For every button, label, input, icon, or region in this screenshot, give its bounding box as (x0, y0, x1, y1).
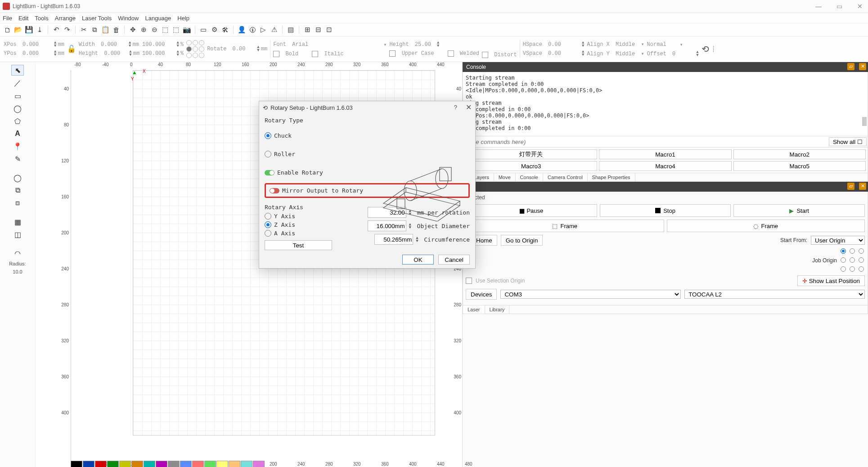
anchor-dot[interactable] (186, 53, 192, 58)
color-swatch[interactable] (241, 461, 252, 467)
spin-icon[interactable]: ▲▼ (582, 50, 584, 57)
spin-icon[interactable]: ▲▼ (54, 50, 56, 57)
origin-radio[interactable] (859, 248, 864, 254)
spin-icon[interactable]: ▲▼ (177, 41, 179, 48)
origin-radio[interactable] (850, 248, 855, 254)
polygon-tool-icon[interactable]: ⬠ (12, 116, 23, 126)
menu-arrange[interactable]: Arrange (55, 15, 76, 22)
show-last-button[interactable]: ✛Show Last Position (797, 275, 865, 286)
lock-icon[interactable]: 🔓 (67, 45, 76, 54)
mirror-output-toggle[interactable] (270, 188, 279, 193)
ungroup-tool-icon[interactable]: ⧈ (12, 198, 23, 208)
color-swatch[interactable] (131, 461, 143, 467)
radius-tool-icon[interactable]: ◠ (12, 248, 23, 258)
macro-button[interactable]: Macro5 (733, 161, 866, 171)
spin-icon[interactable]: ▲▼ (257, 46, 259, 52)
italic-switch[interactable] (312, 51, 318, 57)
radius-value[interactable]: 10.0 (13, 269, 22, 274)
anchor-dot[interactable] (193, 53, 198, 58)
console-header[interactable]: Console ▱✕ (463, 62, 868, 72)
zoomfit-icon[interactable]: ⬚ (161, 25, 170, 34)
mode-value[interactable]: Normal (647, 41, 679, 48)
devicesettings-icon[interactable]: ⚙ (210, 25, 219, 34)
devices-button[interactable]: Devices (466, 289, 497, 300)
arrange2-icon[interactable]: ⊟ (314, 25, 323, 34)
spin-icon[interactable]: ▲▼ (437, 41, 439, 48)
open-icon[interactable]: 📂 (13, 25, 22, 34)
goto-origin-button[interactable]: Go to Origin (501, 235, 543, 246)
welded-switch[interactable] (448, 50, 454, 57)
redo-icon[interactable]: ↷ (63, 25, 72, 34)
import-icon[interactable]: ⤓ (35, 25, 44, 34)
origin-radio[interactable] (841, 257, 846, 263)
tab-laser[interactable]: Laser (463, 305, 485, 314)
spin-icon[interactable]: ▲▼ (177, 50, 179, 57)
menu-edit[interactable]: Edit (18, 15, 28, 22)
upper-switch[interactable] (389, 50, 396, 57)
circle2-tool-icon[interactable]: ◯ (12, 173, 23, 183)
pencil-tool-icon[interactable]: ✎ (12, 154, 23, 164)
more-icon[interactable]: ┆ (712, 46, 715, 53)
undock-icon[interactable]: ▱ (847, 63, 855, 70)
copy-icon[interactable]: ⧉ (90, 25, 99, 34)
zoomin-icon[interactable]: ⊕ (139, 25, 148, 34)
tab-shape-properties[interactable]: Shape Properties (588, 173, 635, 181)
spin-icon[interactable]: ▲▼ (129, 41, 131, 48)
start-button[interactable]: ▶Start (733, 204, 865, 217)
anchor-dot[interactable] (199, 46, 204, 52)
startfrom-select[interactable]: User Origin (811, 236, 865, 245)
roller-radio[interactable] (265, 151, 271, 157)
undo-icon[interactable]: ↶ (52, 25, 61, 34)
undock-icon[interactable]: ▱ (847, 183, 855, 190)
color-swatch[interactable] (144, 461, 155, 467)
close-panel-icon[interactable]: ✕ (859, 63, 866, 70)
close-icon[interactable]: ✕ (854, 3, 866, 10)
help-icon[interactable]: ? (454, 104, 457, 111)
menu-language[interactable]: Language (145, 15, 171, 22)
alignx-value[interactable]: Middle (616, 41, 635, 48)
test-button[interactable]: Test (265, 240, 332, 250)
aligny-value[interactable]: Middle (616, 51, 635, 57)
color-swatch[interactable] (180, 461, 192, 467)
save-icon[interactable]: 💾 (24, 25, 33, 34)
arrange1-icon[interactable]: ⊞ (303, 25, 312, 34)
macro-button[interactable]: Macro4 (599, 161, 731, 171)
scrollbar-thumb[interactable] (862, 117, 867, 126)
anchor-dot[interactable] (186, 40, 192, 45)
spin-icon[interactable]: ▲▼ (582, 41, 584, 48)
frame-button[interactable]: ⬚Frame (466, 220, 664, 232)
help-icon[interactable]: 🛈 (248, 25, 257, 34)
font-value[interactable]: Arial (292, 41, 382, 48)
origin-radio[interactable] (841, 266, 846, 272)
pan-icon[interactable]: ✥ (128, 25, 137, 34)
settings-icon[interactable]: 🛠 (220, 25, 229, 34)
menu-help[interactable]: Help (177, 15, 189, 22)
close-panel-icon[interactable]: ✕ (859, 183, 866, 190)
maximize-icon[interactable]: ▭ (833, 3, 846, 10)
zaxis-radio[interactable] (265, 221, 271, 228)
chuck-radio[interactable] (265, 132, 271, 139)
circumference-input[interactable] (374, 234, 413, 245)
user-icon[interactable]: 👤 (237, 25, 246, 34)
play-icon[interactable]: ▷ (259, 25, 268, 34)
enable-rotary-toggle[interactable] (265, 170, 274, 175)
color-swatch[interactable] (156, 461, 167, 467)
menu-file[interactable]: File (3, 15, 12, 22)
origin-radio[interactable] (859, 257, 864, 263)
pin-tool-icon[interactable]: 📍 (12, 141, 23, 151)
camera-icon[interactable]: 📷 (182, 25, 191, 34)
origin-radio[interactable] (850, 266, 855, 272)
dropdown-icon[interactable]: ▾ (641, 41, 644, 48)
spin-icon[interactable]: ▲▼ (409, 223, 414, 229)
origin-radio[interactable] (841, 248, 846, 254)
color-swatch[interactable] (83, 461, 94, 467)
usesel-switch[interactable] (466, 278, 472, 284)
pause-button[interactable]: ▮▮Pause (466, 204, 597, 217)
color-swatch[interactable] (71, 461, 82, 467)
spin-icon[interactable]: ▲▼ (129, 50, 131, 57)
origin-radio[interactable] (850, 257, 855, 263)
color-swatch[interactable] (192, 461, 204, 467)
anchor-dot[interactable] (193, 40, 198, 45)
console-input[interactable] (463, 139, 829, 145)
macro-button[interactable]: Macro2 (733, 149, 866, 159)
